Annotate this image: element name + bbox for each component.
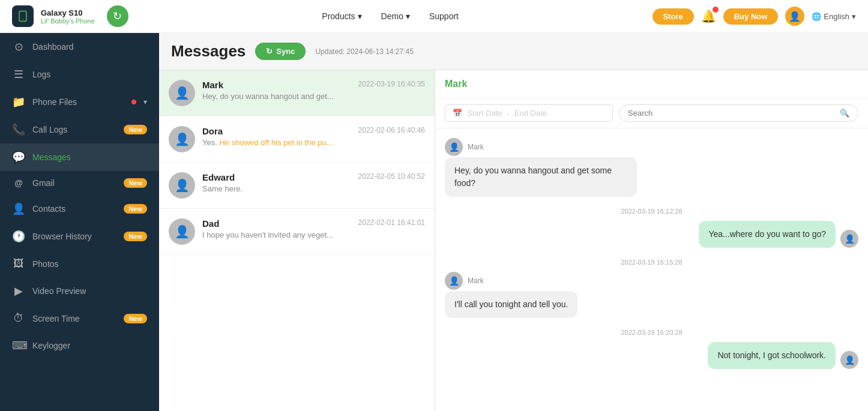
sidebar-item-dashboard[interactable]: ⊙ Dashboard (0, 33, 159, 61)
chat-filters: 📅 Start Date - End Date 🔍 (435, 98, 868, 128)
nav-support[interactable]: Support (429, 11, 459, 21)
message-info-dora: Dora Yes. He showed off his pet in the p… (202, 126, 351, 147)
products-label: Products (322, 11, 355, 21)
support-label: Support (429, 11, 459, 21)
keylogger-icon: ⌨ (12, 339, 25, 352)
sync-button[interactable]: ↻ Sync (255, 43, 306, 60)
chat-sender-name-3: Mark (468, 277, 484, 285)
device-details: Galaxy S10 Lil' Bobby's Phone (41, 8, 95, 25)
message-name-dora: Dora (202, 126, 351, 136)
nav-products[interactable]: Products ▾ (322, 11, 361, 21)
sidebar-item-contacts[interactable]: 👤 Contacts New (0, 195, 159, 223)
sidebar-item-photos[interactable]: 🖼 Photos (0, 250, 159, 277)
phone-files-icon: 📁 (12, 95, 25, 109)
chat-avatar-self-4: 👤 (840, 351, 858, 369)
chat-bubble-wrap-2: Yea...where do you want to go? 👤 (699, 221, 858, 248)
chat-sender-name-1: Mark (468, 143, 484, 151)
buynow-button[interactable]: Buy Now (723, 8, 779, 25)
chat-message-2: Yea...where do you want to go? 👤 (445, 221, 858, 248)
chat-avatar-mark-3: 👤 (445, 272, 463, 290)
conversation-item-dad[interactable]: 👤 Dad I hope you haven't invited any veg… (159, 209, 435, 255)
sidebar-screen-time-label: Screen Time (32, 314, 116, 323)
device-owner: Lil' Bobby's Phone (41, 17, 95, 25)
user-avatar[interactable]: 👤 (785, 7, 804, 26)
message-preview-mark: Hey, do you wanna hangout and get... (202, 92, 351, 101)
sidebar-item-phone-files[interactable]: 📁 Phone Files ▾ (0, 88, 159, 116)
globe-icon: 🌐 (812, 12, 821, 21)
sync-icon: ↻ (266, 47, 273, 56)
contacts-icon: 👤 (12, 202, 25, 215)
sidebar-item-gmail[interactable]: @ Gmail New (0, 171, 159, 195)
message-preview-dad: I hope you haven't invited any veget... (202, 230, 351, 239)
date-filter[interactable]: 📅 Start Date - End Date (445, 104, 613, 122)
date-separator: - (507, 109, 510, 118)
conversation-item-mark[interactable]: 👤 Mark Hey, do you wanna hangout and get… (159, 70, 435, 116)
chat-header: Mark (435, 70, 868, 98)
sidebar-item-logs[interactable]: ☰ Logs (0, 61, 159, 88)
contacts-badge: New (124, 204, 147, 214)
search-filter[interactable]: 🔍 (619, 104, 858, 122)
phone-files-dot (131, 100, 136, 104)
notification-bell-wrap: 🔔 (701, 9, 716, 23)
message-info-mark: Mark Hey, do you wanna hangout and get..… (202, 80, 351, 101)
logs-icon: ☰ (12, 68, 25, 81)
nav-demo[interactable]: Demo ▾ (381, 11, 410, 21)
sidebar-contacts-label: Contacts (32, 204, 116, 214)
sidebar-keylogger-label: Keylogger (32, 341, 147, 350)
sidebar-item-messages[interactable]: 💬 Messages (0, 143, 159, 171)
avatar-dora: 👤 (169, 126, 195, 152)
screen-time-badge: New (124, 314, 147, 323)
avatar-edward: 👤 (169, 172, 195, 199)
content-area: Messages ↻ Sync Updated: 2024-06-13 14:2… (159, 33, 868, 411)
photos-icon: 🖼 (12, 257, 25, 270)
topnav-right-section: Store 🔔 Buy Now 👤 🌐 English ▾ (653, 7, 857, 26)
topnav-center-nav: Products ▾ Demo ▾ Support (128, 11, 653, 21)
search-input[interactable] (628, 109, 835, 118)
messages-panel: 👤 Mark Hey, do you wanna hangout and get… (159, 70, 868, 411)
sidebar: ⊙ Dashboard ☰ Logs 📁 Phone Files ▾ 📞 Cal… (0, 33, 159, 411)
sidebar-gmail-label: Gmail (32, 178, 116, 188)
sidebar-phone-files-label: Phone Files (32, 97, 124, 107)
sidebar-item-screen-time[interactable]: ⏱ Screen Time New (0, 305, 159, 332)
topnav-sync-icon[interactable]: ↻ (107, 5, 128, 27)
gmail-icon: @ (12, 178, 25, 188)
chat-timestamp-2: 2022-03-19 16:15:28 (445, 259, 858, 266)
chat-message-3: 👤 Mark I'll call you tonight and tell yo… (445, 272, 858, 318)
conversations-list: 👤 Mark Hey, do you wanna hangout and get… (159, 70, 435, 411)
chat-sender-3: 👤 Mark (445, 272, 484, 290)
conversation-item-edward[interactable]: 👤 Edward Same here. 2022-02-05 10:40:52 (159, 163, 435, 209)
message-time-mark: 2022-03-19 16:40:35 (358, 80, 425, 88)
search-icon: 🔍 (840, 109, 849, 118)
language-selector[interactable]: 🌐 English ▾ (812, 12, 856, 21)
message-time-edward: 2022-02-05 10:40:52 (358, 172, 425, 181)
sidebar-logs-label: Logs (32, 70, 147, 79)
sidebar-item-keylogger[interactable]: ⌨ Keylogger (0, 332, 159, 359)
phone-files-arrow-icon: ▾ (143, 98, 147, 106)
store-button[interactable]: Store (653, 8, 694, 25)
chat-avatar-self-2: 👤 (840, 230, 858, 248)
products-arrow-icon: ▾ (358, 11, 362, 21)
start-date-placeholder: Start Date (467, 109, 502, 118)
chat-panel: Mark 📅 Start Date - End Date 🔍 (435, 70, 868, 411)
notification-badge (713, 7, 719, 13)
sidebar-item-call-logs[interactable]: 📞 Call Logs New (0, 116, 159, 143)
call-logs-icon: 📞 (12, 123, 25, 136)
message-info-edward: Edward Same here. (202, 172, 351, 193)
chat-timestamp-3: 2022-03-19 16:20:28 (445, 329, 858, 336)
sidebar-item-video-preview[interactable]: ▶ Video Preview (0, 277, 159, 305)
conversation-item-dora[interactable]: 👤 Dora Yes. He showed off his pet in the… (159, 116, 435, 163)
chat-bubble-4: Not tonight, I got schoolwork. (708, 342, 836, 369)
message-time-dad: 2022-02-01 16:41:01 (358, 218, 425, 227)
chat-bubble-2: Yea...where do you want to go? (699, 221, 836, 248)
chat-message-4: Not tonight, I got schoolwork. 👤 (445, 342, 858, 369)
message-preview-edward: Same here. (202, 184, 351, 193)
lang-arrow-icon: ▾ (852, 12, 856, 21)
sidebar-call-logs-label: Call Logs (32, 125, 116, 134)
calendar-icon: 📅 (453, 109, 462, 118)
sidebar-photos-label: Photos (32, 259, 147, 269)
sidebar-item-browser-history[interactable]: 🕐 Browser History New (0, 223, 159, 250)
screen-time-icon: ⏱ (12, 312, 25, 325)
chat-message-1: 👤 Mark Hey, do you wanna hangout and get… (445, 138, 858, 197)
top-navigation: Galaxy S10 Lil' Bobby's Phone ↻ Products… (0, 0, 868, 33)
updated-text: Updated: 2024-06-13 14:27:45 (315, 47, 413, 56)
